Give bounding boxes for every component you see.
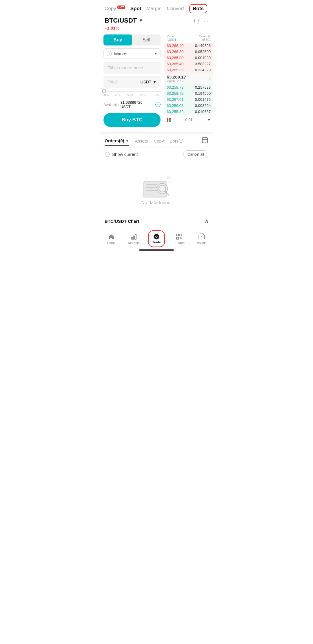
buy-btc-button[interactable]: Buy BTC [103, 113, 161, 127]
trade-label: Trade [152, 240, 161, 244]
nav-futures[interactable]: Futures [168, 233, 190, 245]
total-input[interactable]: Total USDT ▼ [103, 76, 161, 88]
copy-tab[interactable]: Copy [154, 138, 164, 146]
chart-bar[interactable]: BTC/USDT Chart ∧ [100, 214, 213, 228]
home-label: Home [107, 241, 115, 245]
order-book: Price (USDT) Quantity (BTC) 63,266.40 0.… [164, 32, 213, 129]
slider-label-50: 50% [127, 93, 134, 97]
markets-icon [130, 233, 137, 240]
nav-item-convert[interactable]: Convert [167, 6, 184, 12]
svg-rect-16 [135, 234, 136, 239]
nav-item-bots[interactable]: Bots [189, 4, 207, 13]
add-funds-icon[interactable]: + [155, 102, 161, 107]
show-current-row: Show current Cancel all [100, 147, 213, 161]
orders-tab[interactable]: Orders(0) ▼ [105, 138, 129, 146]
svg-point-12 [146, 178, 147, 179]
nav-item-margin[interactable]: Margin [146, 6, 161, 12]
empty-state-text: No data found. [141, 200, 172, 205]
slider-labels: 0% 25% 50% 75% 100% [104, 93, 160, 97]
depth-bar-red [167, 118, 168, 122]
sell-order-2: 63,266.30 0.052500 [164, 49, 213, 55]
buy-tab[interactable]: Buy [103, 34, 132, 45]
order-type-selector[interactable]: i Market ▼ [103, 48, 161, 59]
more-options-icon[interactable]: ··· [203, 17, 208, 24]
buy-order-3: 63,257.01 0.001475 [164, 96, 213, 103]
nav-assets[interactable]: Assets [190, 233, 213, 245]
futures-label: Futures [174, 241, 184, 245]
pair-title[interactable]: BTC/USDT ▼ [105, 17, 143, 24]
available-balance: Available 31.63886726 USDT + [103, 100, 161, 109]
chevron-up-icon[interactable]: ∧ [205, 218, 208, 224]
pair-header: BTC/USDT ▼ ⬚ ··· [100, 15, 213, 25]
empty-illustration: ✕ [138, 173, 175, 200]
svg-rect-0 [202, 138, 208, 143]
candlestick-icon[interactable]: ⬚ [194, 17, 199, 24]
slider-label-0: 0% [104, 93, 109, 97]
amount-slider[interactable]: 0% 25% 50% 75% 100% [103, 91, 161, 97]
svg-rect-5 [146, 184, 157, 185]
price-input[interactable]: Fill at market price [103, 62, 161, 74]
svg-text:✕: ✕ [167, 175, 170, 180]
order-type-label: Market [114, 51, 152, 56]
mid-price-value: 63,260.17 [167, 74, 186, 79]
orders-dropdown-icon[interactable]: ▼ [125, 138, 129, 143]
mid-price-usd: ≈$63260.17 [167, 79, 186, 83]
assets-label: Assets [197, 241, 206, 245]
slider-label-75: 75% [139, 93, 146, 97]
nav-item-copy[interactable]: Copy HOT [105, 6, 125, 12]
sell-order-5: 63,265.35 0.224929 [164, 67, 213, 73]
copy-nav-label: Copy [105, 6, 116, 12]
buy-order-4: 63,256.03 0.008294 [164, 103, 213, 109]
buy-order-2: 63,258.72 0.194500 [164, 90, 213, 96]
assets-icon [198, 233, 205, 240]
home-indicator [139, 249, 174, 251]
pair-dropdown-icon[interactable]: ▼ [139, 18, 143, 23]
depth-dot-red [169, 118, 171, 120]
nav-trade[interactable]: Trade [148, 230, 165, 247]
main-trading-area: Buy Sell i Market ▼ Fill at market price… [100, 32, 213, 129]
svg-point-13 [170, 182, 172, 183]
price-header: Price (USDT) [167, 34, 177, 41]
total-currency[interactable]: USDT ▼ [140, 80, 156, 84]
quantity-header: Quantity (BTC) [199, 34, 211, 41]
hot-badge: HOT [117, 6, 125, 9]
sell-order-4: 63,265.40 3.583227 [164, 61, 213, 67]
svg-rect-7 [146, 190, 159, 191]
svg-rect-15 [133, 236, 134, 239]
slider-track [104, 91, 160, 92]
pair-name: BTC/USDT [105, 17, 137, 24]
depth-dropdown-icon[interactable]: ▼ [207, 118, 211, 122]
trade-icon [153, 233, 160, 240]
mid-price-info: 63,260.17 ≈$63260.17 [167, 74, 186, 83]
home-icon [108, 233, 115, 240]
nav-item-spot[interactable]: Spot [130, 6, 141, 12]
slider-thumb[interactable] [102, 89, 106, 93]
currency-dropdown-icon[interactable]: ▼ [152, 80, 156, 84]
order-settings-icon[interactable] [201, 137, 208, 147]
mid-price[interactable]: 63,260.17 ≈$63260.17 › [164, 73, 213, 84]
order-type-dropdown-icon[interactable]: ▼ [154, 52, 157, 56]
total-label: Total [108, 79, 117, 84]
available-value: 31.63886726 USDT [121, 100, 154, 109]
buy-sell-tabs: Buy Sell [103, 34, 161, 45]
show-current-left: Show current [105, 152, 138, 157]
nav-trade-wrapper: Trade [145, 230, 168, 247]
depth-dot-green [169, 120, 171, 122]
pair-actions: ⬚ ··· [194, 17, 208, 24]
sell-tab[interactable]: Sell [132, 34, 161, 45]
svg-point-19 [156, 236, 157, 237]
cancel-all-button[interactable]: Cancel all [183, 150, 208, 158]
empty-state: ✕ No data found. [100, 161, 213, 214]
depth-selector[interactable]: 0.01 ▼ [164, 116, 213, 124]
svg-rect-22 [176, 237, 179, 239]
trading-form: Buy Sell i Market ▼ Fill at market price… [100, 32, 164, 129]
nav-markets[interactable]: Markets [123, 233, 145, 245]
assets-tab[interactable]: Assets [135, 138, 148, 146]
bottom-navigation: Home Markets Trade Futures [100, 228, 213, 248]
mid-price-arrow-icon[interactable]: › [209, 76, 211, 81]
bots-tab[interactable]: Bots(1) [170, 138, 183, 146]
show-current-radio[interactable] [105, 152, 110, 157]
nav-home[interactable]: Home [100, 233, 123, 245]
section-divider [100, 132, 213, 134]
info-icon[interactable]: i [107, 51, 112, 56]
